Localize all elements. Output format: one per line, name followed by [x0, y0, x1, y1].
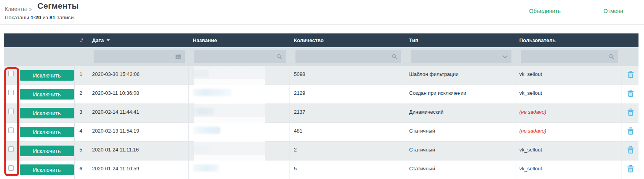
row-select-cell	[4, 66, 18, 85]
row-quantity: 481	[290, 123, 405, 141]
row-number: 5	[75, 142, 88, 160]
redacted-name-blur	[194, 89, 231, 96]
row-exclude-cell: Исключить	[18, 123, 75, 141]
summary-range: 1-20	[30, 15, 41, 20]
row-quantity: 2129	[290, 85, 405, 103]
header-quantity: Количество	[290, 33, 405, 47]
page-title: Сегменты	[37, 1, 79, 11]
merge-button[interactable]: Объединить	[529, 8, 561, 14]
quantity-filter-cell	[290, 47, 405, 66]
row-actions	[622, 161, 638, 179]
filter-empty-number	[75, 47, 88, 66]
header-name: Название	[189, 33, 290, 47]
row-user: (не задано)	[515, 104, 622, 122]
row-checkbox[interactable]	[8, 109, 14, 114]
row-date: 2020-01-24 11:11:16	[88, 142, 189, 160]
row-date: 2020-02-14 11:44:41	[88, 104, 189, 122]
row-select-cell	[4, 123, 18, 141]
date-filter-cell	[88, 47, 189, 66]
row-name-redacted	[189, 123, 290, 141]
row-user: vk_sellout	[515, 161, 622, 179]
row-date: 2020-02-13 11:54:19	[88, 123, 189, 141]
name-filter-cell	[189, 47, 290, 66]
row-type: Создан при исключении	[405, 85, 515, 103]
row-checkbox[interactable]	[8, 165, 14, 171]
name-filter-input[interactable]	[194, 50, 286, 63]
row-type: Шаблон фильтрации	[405, 66, 515, 85]
trash-icon[interactable]	[627, 165, 634, 173]
row-select-cell	[4, 142, 18, 160]
trash-icon[interactable]	[627, 90, 634, 97]
exclude-button[interactable]: Исключить	[20, 108, 74, 118]
exclude-button[interactable]: Исключить	[20, 164, 74, 175]
row-exclude-cell: Исключить	[18, 142, 75, 160]
row-type: Статичный	[405, 161, 515, 179]
date-filter-input[interactable]	[94, 50, 185, 63]
header-exclude-column	[18, 33, 75, 47]
row-user: vk_sellout	[515, 85, 622, 103]
trash-icon[interactable]	[627, 71, 634, 78]
row-name-redacted	[189, 142, 290, 160]
row-select-cell	[4, 161, 18, 179]
header-actions-column	[622, 33, 638, 47]
row-type: Динамический	[405, 104, 515, 122]
row-checkbox[interactable]	[8, 146, 14, 152]
quantity-filter-input[interactable]	[295, 50, 401, 63]
table-row: Исключить 1 2020-03-30 15:42:06 5098 Шаб…	[4, 66, 638, 85]
exclude-button[interactable]: Исключить	[20, 89, 74, 100]
row-checkbox[interactable]	[8, 127, 14, 133]
header-date[interactable]: Дата	[88, 33, 189, 47]
summary-of-label: из	[42, 15, 48, 20]
table-row: Исключить 2 2020-03-11 10:36:08 2129 Соз…	[4, 85, 638, 104]
row-actions	[622, 142, 638, 160]
filter-empty-exclude	[18, 47, 75, 66]
row-number: 3	[75, 104, 88, 122]
row-exclude-cell: Исключить	[18, 85, 75, 103]
type-filter-select[interactable]	[411, 50, 511, 63]
row-user: vk_sellout	[515, 66, 622, 85]
table-row: Исключить 3 2020-02-14 11:44:41 2137 Дин…	[4, 104, 638, 123]
summary-records-label: записи.	[57, 15, 76, 20]
row-number: 1	[75, 66, 88, 85]
row-name-redacted	[189, 66, 290, 85]
row-user: (не задано)	[515, 123, 622, 141]
table-row: Исключить 5 2020-01-24 11:11:16 2 Статич…	[4, 142, 638, 161]
row-actions	[622, 104, 638, 122]
row-type: Статичный	[405, 123, 515, 141]
summary-total: 81	[50, 15, 55, 20]
row-exclude-cell: Исключить	[18, 161, 75, 179]
breadcrumb-parent-link[interactable]: Клиенты	[5, 6, 27, 12]
redacted-name-blur	[194, 164, 219, 172]
breadcrumb: Клиенты»	[5, 6, 32, 12]
row-name-redacted	[189, 104, 290, 122]
exclude-button[interactable]: Исключить	[20, 146, 74, 156]
row-select-cell	[4, 104, 18, 122]
row-quantity: 5098	[290, 66, 405, 85]
segments-table: # Дата Название Количество Тип Пользоват…	[4, 33, 638, 179]
table-row: Исключить 6 2020-01-24 11:10:59 5 Статич…	[4, 161, 638, 179]
row-select-cell	[4, 85, 18, 103]
filter-empty-select	[4, 47, 18, 66]
user-filter-input[interactable]	[521, 50, 618, 63]
sort-desc-icon	[107, 39, 110, 41]
row-name-redacted	[189, 85, 290, 103]
trash-icon[interactable]	[627, 109, 634, 116]
breadcrumb-separator: »	[29, 6, 32, 12]
row-checkbox[interactable]	[8, 90, 14, 95]
trash-icon[interactable]	[627, 127, 634, 135]
header-date-label: Дата	[92, 37, 104, 43]
row-actions	[622, 123, 638, 141]
filter-row	[4, 47, 638, 66]
trash-icon[interactable]	[627, 146, 634, 154]
row-name-redacted	[189, 161, 290, 179]
table-header-row: # Дата Название Количество Тип Пользоват…	[4, 33, 638, 47]
table-row: Исключить 4 2020-02-13 11:54:19 481 Стат…	[4, 123, 638, 142]
row-number: 4	[75, 123, 88, 141]
exclude-button[interactable]: Исключить	[20, 127, 74, 137]
header-user: Пользователь	[515, 33, 622, 47]
row-number: 6	[75, 161, 88, 179]
cancel-button[interactable]: Отмена	[603, 8, 623, 14]
row-checkbox[interactable]	[8, 71, 14, 76]
row-date: 2020-03-11 10:36:08	[88, 85, 189, 103]
exclude-button[interactable]: Исключить	[20, 70, 74, 81]
